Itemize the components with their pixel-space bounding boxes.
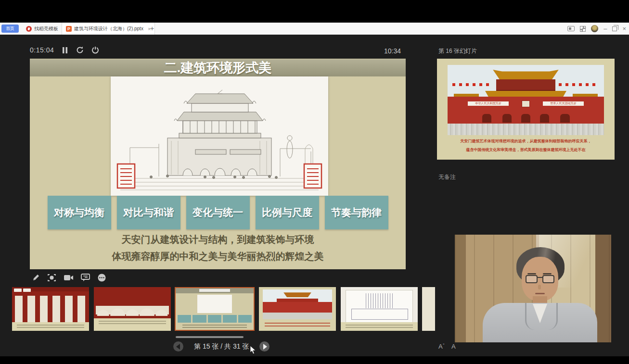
more-options-icon[interactable] bbox=[97, 273, 106, 282]
thumbnail-caption bbox=[94, 318, 171, 331]
tiananmen-photo: 中华人民共和国万岁 世界人民大团结万岁 bbox=[448, 65, 604, 135]
keyword-symmetry: 对称与均衡 bbox=[48, 196, 111, 229]
slide-title: 二.建筑环境形式美 bbox=[30, 59, 406, 76]
restore-button[interactable] bbox=[612, 26, 617, 31]
red-seal-right bbox=[304, 164, 321, 188]
annotation-toolbar bbox=[32, 273, 106, 282]
presenter-face bbox=[522, 257, 558, 301]
new-tab-button[interactable]: + bbox=[148, 24, 156, 33]
upper-hall bbox=[496, 79, 556, 92]
glasses bbox=[526, 275, 554, 284]
keyword-proportion: 比例与尺度 bbox=[256, 196, 319, 229]
browser-tab-bar: 首页 找稻壳模板 P 建筑与环境设计（北海）(2).pptx × + – × bbox=[0, 23, 629, 35]
upper-roof bbox=[493, 70, 559, 79]
flags-left-icon bbox=[452, 83, 493, 88]
laser-pointer-icon[interactable] bbox=[47, 274, 56, 282]
font-decrease-button[interactable]: A bbox=[451, 343, 456, 350]
thumbnail-slide-16[interactable] bbox=[259, 287, 336, 331]
keyword-contrast: 对比与和谐 bbox=[117, 196, 180, 229]
pen-icon[interactable] bbox=[32, 274, 40, 282]
lower-roof bbox=[485, 91, 566, 97]
slide-caption-line1: 天安门从建筑设计与结构，到建筑装饰与环境 bbox=[30, 233, 406, 246]
elapsed-timer: 0:15:04 bbox=[30, 46, 54, 54]
banner-left: 中华人民共和国万岁 bbox=[468, 101, 509, 106]
arch bbox=[502, 114, 512, 123]
slide-title-band: 二.建筑环境形式美 bbox=[30, 59, 406, 76]
flags-right-icon bbox=[559, 83, 600, 88]
thumbnail-caption bbox=[12, 322, 89, 331]
notes-placeholder[interactable]: 无备注 bbox=[438, 173, 456, 181]
next-slide-label: 第 16 张幻灯片 bbox=[438, 47, 477, 55]
thumbnail-slide-15-current[interactable] bbox=[175, 287, 255, 331]
end-show-power-icon[interactable] bbox=[91, 46, 99, 54]
docer-tab-label: 找稻壳模板 bbox=[34, 25, 58, 32]
keyword-rhythm: 节奏与韵律 bbox=[325, 196, 388, 229]
home-tab[interactable]: 首页 bbox=[1, 25, 19, 33]
mini-red-caption bbox=[265, 323, 330, 328]
stone-pillars-photo bbox=[12, 287, 89, 322]
preview-caption-line2: 蕴含中国传统文化和审美理念，形式美原则在整体建筑环境上无处不在 bbox=[437, 147, 615, 152]
arch bbox=[540, 114, 550, 123]
next-slide-button[interactable] bbox=[259, 341, 270, 351]
camera-icon[interactable] bbox=[64, 274, 74, 281]
close-window-button[interactable]: × bbox=[622, 23, 626, 35]
thumbnail-slide-13[interactable] bbox=[12, 287, 89, 331]
minimize-button[interactable]: – bbox=[603, 23, 607, 35]
arch bbox=[482, 114, 492, 123]
document-tab[interactable]: P 建筑与环境设计（北海）(2).pptx × bbox=[62, 23, 155, 35]
arch bbox=[521, 114, 531, 123]
single-view-icon[interactable] bbox=[567, 26, 575, 31]
portrait bbox=[522, 100, 529, 107]
presenter-view: 0:15:04 10:34 二.建筑环境形式美 bbox=[0, 35, 629, 356]
arch bbox=[560, 114, 570, 123]
stone-domes-photo bbox=[94, 287, 171, 318]
current-slide[interactable]: 二.建筑环境形式美 bbox=[30, 59, 406, 269]
slide-caption-line2: 体现雍容醇厚的中和之美与美华丽热烈的辉煌之美 bbox=[30, 250, 406, 263]
mini-title-band bbox=[176, 288, 254, 293]
mini-keyword-row bbox=[178, 315, 252, 323]
mini-engraving bbox=[197, 295, 231, 313]
wall-clock: 10:34 bbox=[384, 47, 401, 55]
docer-template-tab[interactable]: 找稻壳模板 bbox=[22, 23, 62, 35]
window-controls: – × bbox=[567, 23, 626, 35]
presenter-webcam-video bbox=[455, 235, 611, 342]
pause-icon[interactable] bbox=[62, 47, 68, 54]
crowd-square bbox=[448, 124, 604, 135]
keyword-variety: 变化与统一 bbox=[186, 196, 250, 229]
ppt-file-icon: P bbox=[66, 26, 72, 32]
comment-icon[interactable] bbox=[81, 274, 90, 282]
avatar[interactable] bbox=[591, 25, 598, 32]
mini-caption-lines bbox=[182, 325, 247, 329]
next-slide-preview: 中华人民共和国万岁 世界人民大团结万岁 天安门建筑艺术体现对理想环境的追求，从建… bbox=[437, 59, 615, 160]
presenter-jacket bbox=[483, 303, 597, 342]
screen: 首页 找稻壳模板 P 建筑与环境设计（北海）(2).pptx × + – × 0… bbox=[0, 0, 629, 364]
thumbnail-slide-14[interactable] bbox=[94, 287, 171, 331]
notes-font-controls: A⁺ A bbox=[438, 343, 456, 350]
red-seal-left bbox=[117, 164, 135, 188]
previous-slide-button[interactable] bbox=[173, 341, 183, 351]
tiananmen-engraving bbox=[111, 76, 328, 196]
thumbnail-scrollbar[interactable] bbox=[176, 336, 244, 338]
mini-elevation-drawing bbox=[346, 290, 413, 324]
thumbnail-caption bbox=[341, 322, 418, 331]
docer-icon bbox=[26, 26, 32, 32]
thumbnail-slide-18-partial[interactable] bbox=[422, 287, 435, 331]
mouse-cursor bbox=[250, 345, 256, 354]
thumbnail-slide-17[interactable] bbox=[341, 287, 418, 331]
keyword-button-row: 对称与均衡 对比与和谐 变化与统一 比例与尺度 节奏与韵律 bbox=[30, 196, 406, 229]
document-tab-label: 建筑与环境设计（北海）(2).pptx bbox=[74, 25, 143, 32]
grid-view-icon[interactable] bbox=[580, 26, 586, 32]
banner-right: 世界人民大团结万岁 bbox=[543, 101, 584, 106]
page-indicator: 第 15 张 / 共 31 张 bbox=[194, 342, 249, 351]
mini-tiananmen-photo bbox=[263, 289, 332, 319]
preview-caption-line1: 天安门建筑艺术体现对理想环境的追求，从建筑整体到细部装饰的呼应关系， bbox=[437, 138, 615, 144]
restart-timer-icon[interactable] bbox=[76, 46, 84, 54]
font-increase-button[interactable]: A⁺ bbox=[438, 343, 445, 350]
